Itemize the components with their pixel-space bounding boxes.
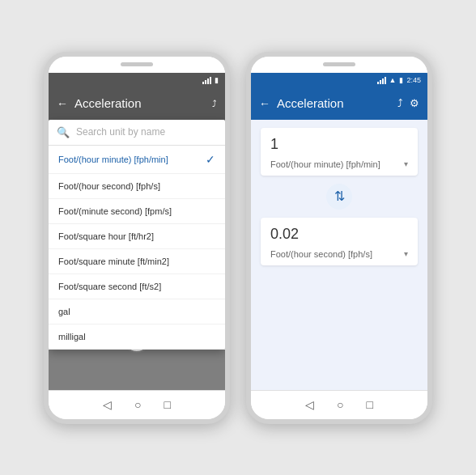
search-bar[interactable]: 🔍 Search unit by name xyxy=(49,120,225,146)
chevron-down-icon: ▾ xyxy=(404,159,408,168)
unit-label: milligal xyxy=(58,332,86,341)
home-nav-icon[interactable]: ○ xyxy=(337,398,343,411)
recent-nav-icon[interactable]: □ xyxy=(367,398,373,411)
swap-icon: ⇅ xyxy=(334,189,345,204)
list-item[interactable]: Foot/square minute [ft/min2] xyxy=(49,249,225,274)
unit-label: Foot/(hour minute) [fph/min] xyxy=(58,155,168,164)
battery-icon: ▮ xyxy=(399,76,403,84)
settings-icon[interactable]: ⚙ xyxy=(410,97,419,109)
check-icon: ✓ xyxy=(206,153,215,166)
to-unit-label: Foot/(hour second) [fph/s] xyxy=(270,249,372,259)
list-item[interactable]: Foot/(minute second) [fpm/s] xyxy=(49,199,225,224)
app-bar-title: Acceleration xyxy=(277,96,391,110)
unit-label: Foot/(hour second) [fph/s] xyxy=(58,181,160,191)
left-phone-top xyxy=(49,57,225,73)
right-status-bar: · ▲ ▮ 2:45 xyxy=(251,73,427,87)
from-input-group[interactable]: 1 Foot/(hour minute) [fph/min] ▾ xyxy=(261,128,418,176)
from-unit-select[interactable]: Foot/(hour minute) [fph/min] ▾ xyxy=(261,156,418,176)
home-nav-icon[interactable]: ○ xyxy=(134,398,141,411)
signal-icon xyxy=(377,76,386,84)
unit-label: Foot/square hour [ft/hr2] xyxy=(58,231,154,241)
left-status-bar: ▮ xyxy=(49,73,225,87)
to-unit-select[interactable]: Foot/(hour second) [fph/s] ▾ xyxy=(261,246,418,265)
battery-icon: ▮ xyxy=(215,76,219,84)
from-unit-label: Foot/(hour minute) [fph/min] xyxy=(270,159,380,169)
list-item[interactable]: milligal xyxy=(49,324,225,350)
time-display: 2:45 xyxy=(406,76,421,84)
recent-nav-icon[interactable]: □ xyxy=(164,398,171,411)
back-button[interactable]: ← xyxy=(57,97,68,110)
list-item[interactable]: Foot/square hour [ft/hr2] xyxy=(49,224,225,249)
chevron-down-icon: ▾ xyxy=(404,249,408,258)
list-item[interactable]: Foot/(hour second) [fph/s] xyxy=(49,174,225,199)
unit-label: Foot/square second [ft/s2] xyxy=(58,282,161,291)
search-placeholder: Search unit by name xyxy=(76,126,165,138)
list-item[interactable]: Foot/square second [ft/s2] xyxy=(49,274,225,299)
app-bar-title: Acceleration xyxy=(74,96,206,110)
right-phone-top xyxy=(251,57,427,73)
unit-list: Foot/(hour minute) [fph/min] ✓ Foot/(hou… xyxy=(49,146,225,350)
unit-label: gal xyxy=(58,307,70,316)
left-phone: ▮ ← Acceleration ⤴ 🔍 Search unit by name… xyxy=(44,52,230,424)
to-input-group[interactable]: 0.02 Foot/(hour second) [fph/s] ▾ xyxy=(261,218,418,265)
right-app-bar: ← Acceleration ⤴ ⚙ xyxy=(251,87,427,120)
from-value[interactable]: 1 xyxy=(261,128,418,156)
back-nav-icon[interactable]: ◁ xyxy=(103,398,112,411)
speaker xyxy=(121,62,153,66)
signal-icon xyxy=(202,76,211,84)
share-icon[interactable]: ⤴ xyxy=(212,99,217,108)
back-nav-icon[interactable]: ◁ xyxy=(305,398,314,411)
list-item[interactable]: Foot/(hour minute) [fph/min] ✓ xyxy=(49,146,225,174)
unit-label: Foot/(minute second) [fpm/s] xyxy=(58,206,172,216)
speaker xyxy=(323,62,355,66)
search-dropdown: 🔍 Search unit by name Foot/(hour minute)… xyxy=(49,120,225,350)
right-phone: · ▲ ▮ 2:45 ← Acceleration ⤴ ⚙ xyxy=(246,52,432,424)
list-item[interactable]: gal xyxy=(49,299,225,324)
right-screen: · ▲ ▮ 2:45 ← Acceleration ⤴ ⚙ xyxy=(251,73,427,390)
back-button[interactable]: ← xyxy=(259,97,270,110)
to-value[interactable]: 0.02 xyxy=(261,218,418,246)
left-screen: ▮ ← Acceleration ⤴ 🔍 Search unit by name… xyxy=(49,73,225,390)
left-nav-bar: ◁ ○ □ xyxy=(49,390,225,419)
left-app-bar: ← Acceleration ⤴ xyxy=(49,87,225,120)
swap-button[interactable]: ⇅ xyxy=(326,184,352,210)
swap-btn-container: ⇅ xyxy=(261,182,418,211)
converter-content: 1 Foot/(hour minute) [fph/min] ▾ ⇅ 0.02 xyxy=(251,120,427,274)
right-nav-bar: ◁ ○ □ xyxy=(251,390,427,419)
share-icon[interactable]: ⤴ xyxy=(397,97,403,109)
search-icon: 🔍 xyxy=(57,126,70,138)
wifi-icon: ▲ xyxy=(389,76,397,84)
unit-label: Foot/square minute [ft/min2] xyxy=(58,257,169,266)
